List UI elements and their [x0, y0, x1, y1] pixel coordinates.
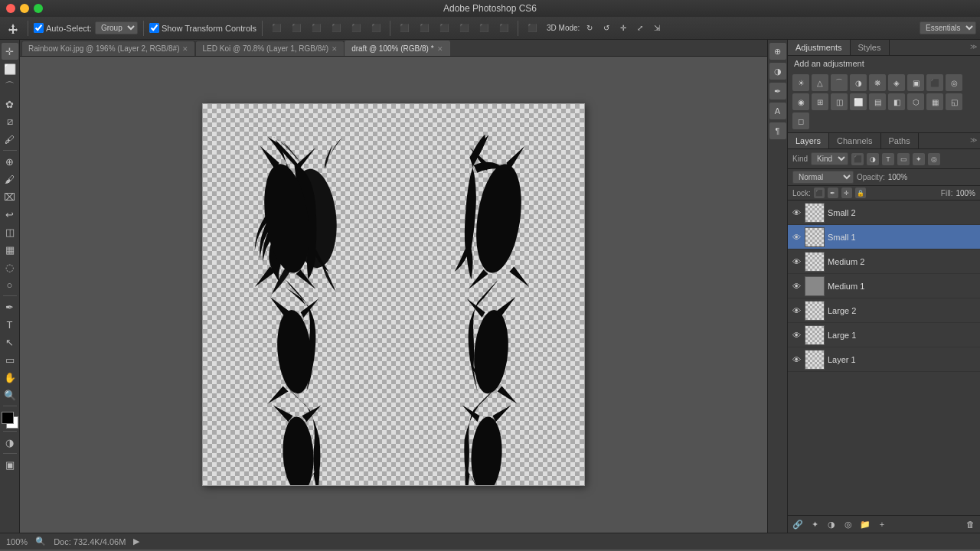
3d-pan-button[interactable]: ✛ [616, 22, 630, 34]
eraser-tool[interactable]: ◫ [2, 223, 18, 240]
layer-delete-icon[interactable]: 🗑 [963, 517, 977, 531]
layer-item-medium1[interactable]: 👁 Medium 1 [788, 274, 980, 298]
distribute-v-button[interactable]: ⬛ [416, 22, 433, 34]
move-tool[interactable]: ✛ [2, 43, 18, 60]
blur-tool[interactable]: ◌ [2, 259, 18, 276]
layer-link-icon[interactable]: 🔗 [791, 517, 805, 531]
blend-mode-select[interactable]: Normal [792, 171, 854, 184]
lock-brush-icon[interactable]: ✒ [828, 187, 838, 198]
zoom-tool[interactable]: 🔍 [2, 386, 18, 403]
stamp-tool[interactable]: ⌧ [2, 188, 18, 205]
eyedropper-tool[interactable]: 🖋 [2, 131, 18, 148]
auto-select-select[interactable]: Group [95, 21, 138, 34]
shape-tool[interactable]: ▭ [2, 351, 18, 368]
pen-tool[interactable]: ✒ [2, 298, 18, 315]
panel-adjustment-icon[interactable]: ⊕ [769, 43, 786, 60]
hand-tool[interactable]: ✋ [2, 369, 18, 386]
panel-para-icon[interactable]: ¶ [769, 122, 786, 139]
tab-close-0[interactable]: ✕ [182, 45, 188, 53]
tab-adjustments[interactable]: Adjustments [788, 40, 851, 55]
quick-select-tool[interactable]: ✿ [2, 96, 18, 112]
move-tool-button[interactable] [4, 21, 22, 35]
play-button[interactable]: ▶ [133, 536, 139, 546]
align-center-h-button[interactable]: ⬛ [348, 22, 364, 34]
layer-item-layer1[interactable]: 👁 Layer 1 [788, 347, 980, 372]
adj-levels[interactable]: △ [812, 74, 828, 91]
layer-visibility-small2[interactable]: 👁 [791, 207, 802, 218]
adj-pattern[interactable]: ▦ [926, 93, 943, 110]
layer-item-large2[interactable]: 👁 Large 2 [788, 298, 980, 323]
layers-kind-select[interactable]: Kind [811, 152, 848, 165]
adj-hsl[interactable]: ◈ [888, 74, 905, 91]
distribute-bottom-button[interactable]: ⬛ [436, 22, 452, 34]
distribute-left-button[interactable]: ⬛ [456, 22, 472, 34]
adj-gradient[interactable]: ◻ [792, 112, 809, 129]
adj-photofilter[interactable]: ◎ [946, 74, 962, 91]
text-tool[interactable]: T [2, 316, 18, 333]
distribute-top-button[interactable]: ⬛ [396, 22, 413, 34]
maximize-button[interactable] [34, 4, 43, 13]
tab-layers[interactable]: Layers [788, 133, 829, 148]
healing-tool[interactable]: ⊕ [2, 153, 18, 170]
lasso-tool[interactable]: ⌒ [2, 78, 18, 95]
3d-scale-button[interactable]: ⇲ [650, 22, 664, 34]
filter-type-icon[interactable]: T [882, 153, 894, 165]
color-swatches[interactable] [2, 412, 18, 429]
auto-select-checkbox[interactable] [34, 23, 44, 33]
tab-close-1[interactable]: ✕ [332, 45, 338, 53]
panel-collapse-arrow[interactable]: ≫ [967, 40, 980, 55]
close-button[interactable] [6, 4, 15, 13]
layer-mask-icon[interactable]: ◑ [825, 517, 838, 531]
distribute-right-button[interactable]: ⬛ [495, 22, 512, 34]
tab-paths[interactable]: Paths [881, 133, 919, 148]
tab-1[interactable]: LED Koi @ 70.8% (Layer 1, RGB/8#) ✕ [195, 41, 345, 56]
filter-pixel-icon[interactable]: ⬛ [851, 153, 864, 165]
panel-mask-icon[interactable]: ◑ [769, 63, 786, 80]
quick-mask-tool[interactable]: ◑ [2, 434, 18, 451]
tab-styles[interactable]: Styles [851, 40, 890, 55]
filter-adjust-icon[interactable]: ◑ [867, 153, 879, 165]
panel-char-icon[interactable]: A [769, 103, 786, 119]
adj-colorlookup[interactable]: ⊞ [812, 93, 828, 110]
3d-roll-button[interactable]: ↺ [599, 22, 613, 34]
layer-adj-icon[interactable]: ◎ [841, 517, 855, 531]
adj-solid[interactable]: ◱ [946, 93, 962, 110]
brush-tool[interactable]: 🖌 [2, 171, 18, 187]
layer-visibility-small1[interactable]: 👁 [791, 232, 802, 243]
adj-selective-color[interactable]: ⬡ [907, 93, 924, 110]
show-transform-checkbox[interactable] [149, 23, 159, 33]
layer-item-small2[interactable]: 👁 Small 2 [788, 201, 980, 225]
adj-bw[interactable]: ⬛ [926, 74, 943, 91]
layer-visibility-large1[interactable]: 👁 [791, 330, 802, 341]
adj-brightness[interactable]: ☀ [792, 74, 809, 91]
tab-2[interactable]: draft @ 100% (RGB/8) * ✕ [345, 41, 449, 56]
minimize-button[interactable] [20, 4, 29, 13]
adj-threshold[interactable]: ▤ [869, 93, 886, 110]
layer-new-icon[interactable]: + [875, 517, 889, 531]
adj-invert[interactable]: ◫ [831, 93, 848, 110]
filter-smart-icon[interactable]: ✦ [913, 153, 925, 165]
layer-visibility-medium1[interactable]: 👁 [791, 281, 802, 292]
adj-vibrance[interactable]: ❋ [869, 74, 886, 91]
essentials-select[interactable]: Essentials [920, 21, 976, 34]
layer-visibility-large2[interactable]: 👁 [791, 305, 802, 316]
tab-close-2[interactable]: ✕ [437, 45, 443, 53]
adj-posterize[interactable]: ⬜ [850, 93, 867, 110]
filter-shape-icon[interactable]: ▭ [897, 153, 910, 165]
filter-toggle-icon[interactable]: ◎ [928, 153, 940, 165]
layer-visibility-medium2[interactable]: 👁 [791, 256, 802, 267]
align-center-v-button[interactable]: ⬛ [288, 22, 305, 34]
adj-gradient-map[interactable]: ◧ [888, 93, 905, 110]
adj-exposure[interactable]: ◑ [850, 74, 867, 91]
align-bottom-button[interactable]: ⬛ [308, 22, 325, 34]
3d-slide-button[interactable]: ⤢ [633, 22, 647, 34]
distribute-h-button[interactable]: ⬛ [475, 22, 492, 34]
path-select-tool[interactable]: ↖ [2, 334, 18, 350]
history-brush-tool[interactable]: ↩ [2, 206, 18, 223]
align-right-button[interactable]: ⬛ [368, 22, 384, 34]
layer-visibility-layer1[interactable]: 👁 [791, 354, 802, 365]
tab-0[interactable]: Rainbow Koi.jpg @ 196% (Layer 2, RGB/8#)… [21, 41, 195, 56]
tab-channels[interactable]: Channels [829, 133, 880, 148]
adj-colorbalance[interactable]: ▣ [907, 74, 924, 91]
align-top-button[interactable]: ⬛ [268, 22, 285, 34]
